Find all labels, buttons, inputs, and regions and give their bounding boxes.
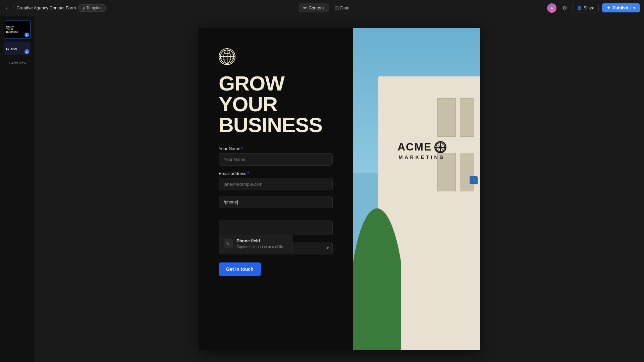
acme-logo-text: ACME (397, 141, 446, 153)
hero-title: GROW YOUR BUSINESS (219, 73, 333, 135)
tab-content[interactable]: ✏ Content (299, 3, 329, 12)
publish-label: Publish (612, 5, 628, 10)
nav-tabs: ✏ Content ◫ Data (108, 3, 544, 12)
publish-icon: ✦ (607, 5, 610, 10)
acme-logo: ACME MARKETING (397, 141, 446, 160)
building-image: › ACME (353, 28, 480, 350)
window-2 (460, 98, 474, 136)
template-icon: ⊞ (82, 6, 85, 10)
data-label: Data (340, 5, 350, 10)
phone-field-group: /phone Phone field Capture telephone or … (219, 196, 333, 235)
window-4 (460, 153, 474, 191)
settings-button[interactable]: ⚙ (560, 3, 569, 13)
content-icon: ✏ (303, 5, 307, 10)
phone-suggestion-dropdown[interactable]: Phone field Capture telephone or mobile (219, 235, 292, 253)
template-badge[interactable]: ⊞ Template (78, 4, 106, 12)
avatar[interactable]: A (547, 3, 556, 13)
name-field-group: Your Name * (219, 146, 333, 166)
acme-globe-icon (434, 141, 446, 153)
svg-point-5 (436, 142, 445, 151)
view-thumb-grow[interactable]: GROWYOURBUSINESS 1 (4, 20, 31, 39)
globe-icon (219, 48, 235, 65)
data-icon: ◫ (335, 5, 339, 10)
submit-label: Get in touch (226, 266, 254, 272)
form-page: GROW YOUR BUSINESS Your Name * (199, 28, 480, 350)
view-thumb-letsgo[interactable]: LET'S GO 2 (4, 42, 31, 56)
phone-typed-value: /phone (224, 199, 237, 204)
view-badge-2: 2 (24, 49, 29, 54)
main-area: GROWYOURBUSINESS 1 LET'S GO 2 + Add view (0, 16, 644, 362)
email-label: Email address * (219, 171, 333, 176)
canvas: GROW YOUR BUSINESS Your Name * (35, 16, 644, 362)
form-left-panel: GROW YOUR BUSINESS Your Name * (199, 28, 353, 350)
views-sidebar: GROWYOURBUSINESS 1 LET'S GO 2 + Add view (0, 16, 35, 362)
building-arrow: › (470, 176, 478, 184)
form-fields: Your Name * Email address * (219, 146, 333, 337)
add-view-label: + Add view (8, 61, 26, 65)
name-input[interactable] (219, 153, 333, 166)
add-view-button[interactable]: + Add view (6, 60, 29, 66)
email-input[interactable] (219, 178, 333, 190)
tab-data[interactable]: ◫ Data (330, 3, 354, 12)
phone-suggestion-desc: Capture telephone or mobile (236, 245, 283, 249)
phone-input-field[interactable] (219, 220, 333, 235)
top-nav: ‹ / Creative Agency Contact Form ⊞ Templ… (0, 0, 644, 16)
view-badge-1: 1 (24, 33, 29, 37)
thumb-text-grow: GROWYOURBUSINESS (6, 25, 29, 33)
name-required-marker: * (241, 146, 243, 151)
publish-chevron-icon: ▾ (630, 6, 635, 10)
nav-divider: / (12, 5, 14, 11)
email-required-marker: * (247, 171, 249, 176)
phone-suggestion-icon (224, 239, 233, 248)
share-icon: 👤 (577, 6, 582, 10)
content-label: Content (309, 5, 324, 10)
phone-suggestion-title: Phone field (236, 238, 283, 243)
submit-button[interactable]: Get in touch (219, 262, 261, 276)
phone-suggestion-text: Phone field Capture telephone or mobile (236, 238, 283, 249)
phone-input-typing[interactable]: /phone (219, 196, 333, 208)
back-button[interactable]: ‹ (4, 4, 10, 12)
acme-text: ACME (397, 141, 432, 153)
email-field-group: Email address * (219, 171, 333, 190)
form-right-panel: › ACME (353, 28, 480, 350)
window-1 (437, 98, 456, 136)
publish-button[interactable]: ✦ Publish ▾ (602, 3, 640, 12)
acme-marketing-text: MARKETING (399, 155, 445, 160)
svg-point-3 (224, 50, 230, 63)
share-button[interactable]: 👤 Share (573, 4, 599, 12)
thumb-text-letsgo: LET'S GO (6, 48, 29, 50)
hero-line1: GROW YOUR (219, 72, 284, 116)
share-label: Share (584, 6, 594, 10)
phone-cursor (237, 200, 238, 205)
template-label: Template (86, 6, 103, 10)
hero-line2: BUSINESS (219, 113, 322, 136)
svg-point-4 (220, 53, 234, 60)
svg-point-0 (220, 50, 234, 63)
name-label: Your Name * (219, 146, 333, 151)
nav-right-actions: A ⚙ 👤 Share ✦ Publish ▾ (547, 3, 640, 13)
nav-title: Creative Agency Contact Form (16, 5, 76, 10)
